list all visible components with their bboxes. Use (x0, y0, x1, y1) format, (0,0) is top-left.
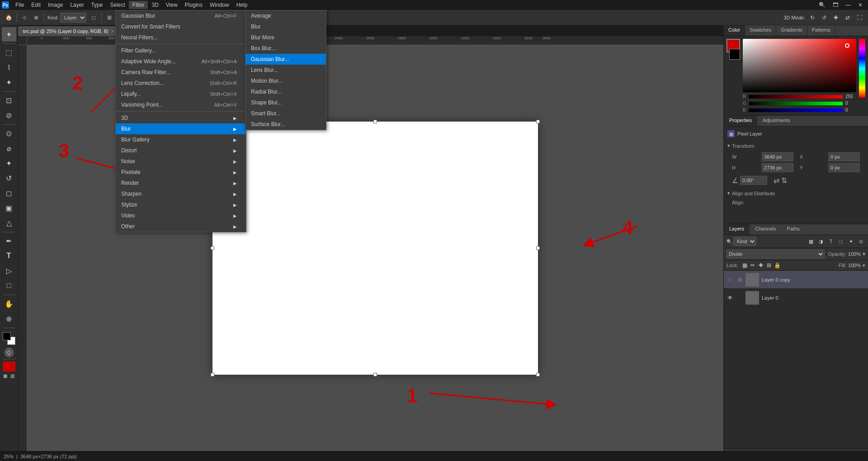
menu-edit[interactable]: Edit (28, 1, 44, 9)
move-tool-options2[interactable]: ⊕ (30, 12, 42, 24)
menu-image[interactable]: Image (44, 1, 66, 9)
filter-smart-filters[interactable]: Convert for Smart Filters (116, 21, 246, 32)
history-brush-tool[interactable]: ↺ (2, 171, 16, 185)
blur-lens[interactable]: Lens Blur... (245, 65, 326, 75)
rect-select-tool[interactable]: ⬚ (2, 45, 16, 60)
blur-radial[interactable]: Radial Blur... (245, 86, 326, 97)
opacity-dropdown[interactable]: ▾ (863, 251, 865, 257)
handle-bl[interactable] (211, 373, 214, 376)
filter-gaussian-blur[interactable]: Gaussian Blur Alt+Ctrl+F (116, 10, 246, 21)
blur-surface[interactable]: Surface Blur... (245, 119, 326, 130)
quick-mask-btn[interactable]: Q (4, 348, 14, 358)
auto-select-dropdown[interactable]: Layer (60, 13, 86, 23)
layout-btn-2[interactable]: ▧ (9, 372, 16, 379)
shape-tool[interactable]: □ (2, 278, 16, 293)
filter-camera-raw[interactable]: Camera Raw Filter... Shift+Ctrl+A (116, 67, 246, 78)
menu-plugins[interactable]: Plugins (181, 1, 206, 9)
filter-blur-gallery[interactable]: Blur Gallery (116, 134, 246, 145)
search-btn[interactable]: 🔍 (815, 1, 829, 9)
x-input[interactable] (828, 152, 860, 161)
y-input[interactable] (828, 163, 860, 172)
blur-smart[interactable]: Smart Blur... (245, 108, 326, 119)
lock-transparency-icon[interactable]: ▦ (741, 262, 748, 269)
move-tool[interactable]: ✦ (2, 27, 16, 42)
menu-file[interactable]: File (12, 1, 28, 9)
eraser-tool[interactable]: ◻ (2, 186, 16, 200)
blur-blur[interactable]: Blur (245, 21, 326, 32)
filter-adaptive-wide[interactable]: Adaptive Wide Angle... Alt+Shift+Ctrl+A (116, 56, 246, 67)
move-tool-options[interactable]: ⊹ (19, 12, 30, 24)
filter-lens-correction[interactable]: Lens Correction... Shift+Ctrl+R (116, 78, 246, 89)
3d-scale[interactable]: ⛶ (854, 12, 865, 24)
close-btn[interactable]: ✕ (854, 1, 866, 9)
menu-type[interactable]: Type (87, 1, 106, 9)
brush-tool[interactable]: ⌀ (2, 141, 16, 155)
layout-btn-1[interactable]: ▦ (2, 372, 9, 379)
align-left[interactable]: ⊞ (104, 12, 115, 24)
height-input[interactable] (762, 163, 793, 172)
lock-artboard-icon[interactable]: ⊞ (765, 262, 773, 269)
filter-toggle[interactable]: ⊙ (856, 237, 865, 246)
filter-smart-btn[interactable]: ✦ (846, 237, 855, 246)
blur-box[interactable]: Box Blur... (245, 43, 326, 54)
layer-visibility-0-copy[interactable]: 👁 (726, 276, 734, 283)
kind-filter-select[interactable]: Kind (733, 237, 756, 246)
color-spectrum[interactable] (859, 39, 865, 98)
width-input[interactable] (762, 152, 793, 161)
minimize-btn[interactable]: — (842, 1, 854, 9)
tab-swatches[interactable]: Swatches (745, 25, 776, 36)
clone-stamp-tool[interactable]: ✦ (2, 156, 16, 170)
crop-tool[interactable]: ⊡ (2, 93, 16, 108)
red-slider[interactable] (749, 95, 843, 99)
filter-distort[interactable]: Distort (116, 145, 246, 156)
lock-pixels-icon[interactable]: ✏ (749, 262, 756, 269)
gradient-tool[interactable]: ▣ (2, 201, 16, 215)
type-tool[interactable]: T (2, 249, 16, 263)
tab-color[interactable]: Color (724, 25, 745, 36)
fg-color-picker[interactable] (3, 362, 15, 372)
handle-bm[interactable] (373, 373, 377, 376)
tab-layers[interactable]: Layers (724, 224, 750, 235)
blend-mode-select[interactable]: Divide (726, 249, 825, 259)
menu-window[interactable]: Window (206, 1, 233, 9)
blur-more[interactable]: Blur More (245, 32, 326, 43)
blur-gaussian[interactable]: Gaussian Blur... (245, 54, 326, 65)
home-btn[interactable]: 🏠 (3, 12, 14, 24)
blur-shape[interactable]: Shape Blur... (245, 97, 326, 108)
tab-adjustments[interactable]: Adjustments (757, 116, 796, 126)
menu-filter[interactable]: Filter (129, 1, 148, 9)
filter-adjust-btn[interactable]: ◑ (816, 237, 826, 246)
spot-heal-tool[interactable]: ⊙ (2, 126, 16, 141)
green-slider[interactable] (749, 102, 843, 105)
filter-stylize[interactable]: Stylize (116, 199, 246, 210)
blur-dodge-tool[interactable]: △ (2, 216, 16, 230)
hand-tool[interactable]: ✋ (2, 296, 16, 311)
handle-tr[interactable] (536, 120, 540, 123)
magic-wand-tool[interactable]: ✦ (2, 75, 16, 89)
color-picker-gradient[interactable] (743, 39, 856, 92)
eyedropper-tool[interactable]: ⊘ (2, 108, 16, 122)
filter-video[interactable]: Video (116, 210, 246, 221)
path-select-tool[interactable]: ▷ (2, 263, 16, 278)
layer-item-0-copy[interactable]: 👁 ⊙ Layer 0 copy (724, 271, 868, 289)
fill-dropdown[interactable]: ▾ (863, 263, 865, 268)
handle-br[interactable] (536, 373, 540, 376)
3d-rotate[interactable]: ↻ (807, 12, 818, 24)
handle-ml[interactable] (211, 246, 214, 250)
filter-type-btn[interactable]: T (826, 237, 835, 246)
menu-select[interactable]: Select (106, 1, 128, 9)
doc-tab-src[interactable]: src.psd @ 25% (Layer 0 copy, RGB, 8) ✕ (18, 26, 119, 36)
tab-paths[interactable]: Paths (782, 224, 805, 235)
layer-item-0[interactable]: 👁 Layer 0 (724, 289, 868, 307)
filter-noise[interactable]: Noise (116, 156, 246, 167)
filter-neural[interactable]: Neural Filters... (116, 32, 246, 43)
blur-motion[interactable]: Motion Blur... (245, 75, 326, 86)
doc-tab-close[interactable]: ✕ (111, 29, 114, 34)
menu-3d[interactable]: 3D (148, 1, 162, 9)
menu-layer[interactable]: Layer (66, 1, 87, 9)
filter-3d[interactable]: 3D (116, 113, 246, 123)
filter-pixel-btn[interactable]: ▦ (807, 237, 816, 246)
filter-liquify[interactable]: Liquify... Shift+Ctrl+X (116, 89, 246, 99)
layer-visibility-0[interactable]: 👁 (726, 294, 734, 301)
angle-input[interactable] (740, 176, 767, 185)
